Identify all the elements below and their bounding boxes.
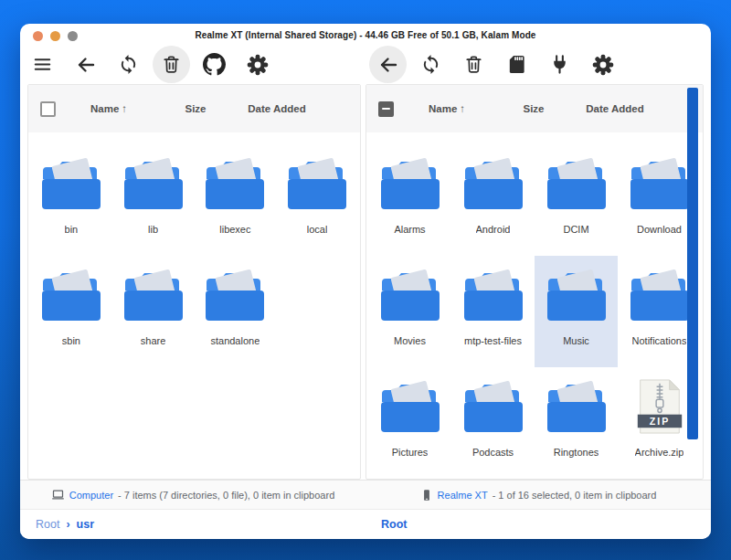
local-column-header-name[interactable]: Name↑ xyxy=(56,103,162,114)
file-item-label: Notifications xyxy=(632,335,687,346)
folder-icon xyxy=(629,156,691,215)
device-delete-button[interactable] xyxy=(455,46,493,83)
device-status: Realme XT - 1 of 16 selected, 0 item in … xyxy=(366,481,711,509)
phone-icon xyxy=(420,489,433,502)
local-toolbar xyxy=(24,46,276,83)
sort-arrow-icon: ↑ xyxy=(460,103,465,114)
traffic-lights xyxy=(33,31,78,41)
device-pane-scrollbar[interactable] xyxy=(687,88,698,439)
breadcrumb-current[interactable]: usr xyxy=(77,518,94,531)
device-breadcrumb: Root xyxy=(366,518,711,531)
folder-icon xyxy=(462,156,524,215)
local-back-button[interactable] xyxy=(67,46,104,83)
back-arrow-icon xyxy=(377,54,399,76)
back-arrow-icon xyxy=(75,54,97,76)
device-settings-button[interactable] xyxy=(584,46,621,83)
local-pane-header: Name↑ Size Date Added xyxy=(28,85,360,132)
storage-sdcard-button[interactable] xyxy=(498,46,535,83)
github-button[interactable] xyxy=(196,46,233,83)
menu-button[interactable] xyxy=(24,46,61,83)
refresh-icon xyxy=(420,54,441,75)
folder-icon xyxy=(379,379,441,438)
toolbar xyxy=(20,46,711,84)
local-device-link[interactable]: Computer xyxy=(69,490,113,501)
local-column-header-date[interactable]: Date Added xyxy=(229,103,324,114)
file-item[interactable]: ZIP bin xyxy=(30,144,112,256)
file-item[interactable]: ZIP Music xyxy=(535,256,618,367)
folder-icon xyxy=(122,268,185,326)
device-back-button[interactable] xyxy=(369,46,407,83)
device-refresh-button[interactable] xyxy=(412,46,450,83)
file-item[interactable]: ZIP Podcasts xyxy=(451,367,535,479)
local-delete-button[interactable] xyxy=(153,46,190,83)
file-item[interactable]: ZIP DCIM xyxy=(535,144,618,256)
minimize-button[interactable] xyxy=(50,31,60,41)
chevron-right-icon: › xyxy=(66,518,69,531)
folder-icon xyxy=(204,268,266,326)
folder-icon xyxy=(379,268,441,326)
statusbar: Computer - 7 items (7 directories, 0 fil… xyxy=(20,480,711,509)
trash-icon xyxy=(463,54,484,75)
file-item-label: Download xyxy=(637,224,682,235)
refresh-icon xyxy=(118,54,139,75)
sd-card-icon xyxy=(506,54,527,75)
file-item[interactable]: ZIP share xyxy=(112,256,195,367)
local-breadcrumb: Root › usr xyxy=(20,518,366,531)
file-item[interactable]: ZIP Pictures xyxy=(368,367,451,479)
file-item-label: Archive.zip xyxy=(635,447,684,458)
folder-icon xyxy=(379,156,441,215)
device-device-link[interactable]: Realme XT xyxy=(438,490,488,501)
file-item[interactable]: ZIP mtp-test-files xyxy=(451,256,535,367)
file-item[interactable]: ZIP sbin xyxy=(30,256,112,367)
breadcrumb-root-link[interactable]: Root xyxy=(36,518,59,531)
name-column-label: Name xyxy=(429,103,457,114)
file-item-label: standalone xyxy=(210,335,260,346)
local-status: Computer - 7 items (7 directories, 0 fil… xyxy=(20,481,366,509)
file-item-label: mtp-test-files xyxy=(464,335,522,346)
github-icon xyxy=(203,53,226,76)
file-item-label: Podcasts xyxy=(472,447,514,458)
device-column-header-name[interactable]: Name↑ xyxy=(394,103,500,114)
local-select-all-checkbox[interactable] xyxy=(40,101,56,117)
computer-icon xyxy=(51,488,65,502)
zip-badge-label: ZIP xyxy=(649,416,669,427)
file-item-label: local xyxy=(307,224,328,235)
file-item[interactable]: ZIP libexec xyxy=(195,144,277,256)
folder-icon xyxy=(286,156,348,215)
close-button[interactable] xyxy=(33,31,43,41)
folder-icon xyxy=(122,156,185,215)
device-pane: Name↑ Size Date Added ZIP xyxy=(366,84,704,480)
folder-icon xyxy=(40,156,102,215)
local-settings-button[interactable] xyxy=(238,46,276,83)
device-column-header-date[interactable]: Date Added xyxy=(567,103,662,114)
gear-icon xyxy=(592,54,614,76)
file-item[interactable]: ZIP standalone xyxy=(195,256,277,367)
device-pane-header: Name↑ Size Date Added xyxy=(366,85,703,132)
file-item[interactable]: ZIP local xyxy=(276,144,358,256)
file-item[interactable]: ZIP Movies xyxy=(368,256,451,367)
sort-arrow-icon: ↑ xyxy=(122,103,127,114)
window-title: Realme XT (Internal Shared Storage) - 44… xyxy=(195,30,535,40)
device-select-all-checkbox[interactable] xyxy=(378,101,394,117)
file-item[interactable]: ZIP lib xyxy=(112,144,195,256)
desktop-background: Realme XT (Internal Shared Storage) - 44… xyxy=(0,0,731,560)
local-pane: Name↑ Size Date Added ZIP xyxy=(27,84,361,480)
file-item-label: lib xyxy=(148,224,158,235)
file-item-label: DCIM xyxy=(563,224,588,235)
local-refresh-button[interactable] xyxy=(110,46,147,83)
device-column-header-size[interactable]: Size xyxy=(500,103,567,114)
folder-icon xyxy=(546,268,608,326)
folder-icon xyxy=(204,156,266,215)
usb-plug-button[interactable] xyxy=(541,46,578,83)
file-item-label: Alarms xyxy=(394,224,425,235)
local-column-header-size[interactable]: Size xyxy=(162,103,229,114)
file-item[interactable]: ZIP Ringtones xyxy=(535,367,618,479)
trash-icon xyxy=(161,54,182,75)
zip-file-icon: ZIP xyxy=(635,379,684,438)
file-item-label: share xyxy=(141,335,166,346)
plug-icon xyxy=(549,54,570,75)
file-item[interactable]: ZIP Alarms xyxy=(368,144,451,256)
breadcrumb-current[interactable]: Root xyxy=(381,518,407,531)
zoom-button[interactable] xyxy=(68,31,78,41)
file-item[interactable]: ZIP Android xyxy=(451,144,535,256)
